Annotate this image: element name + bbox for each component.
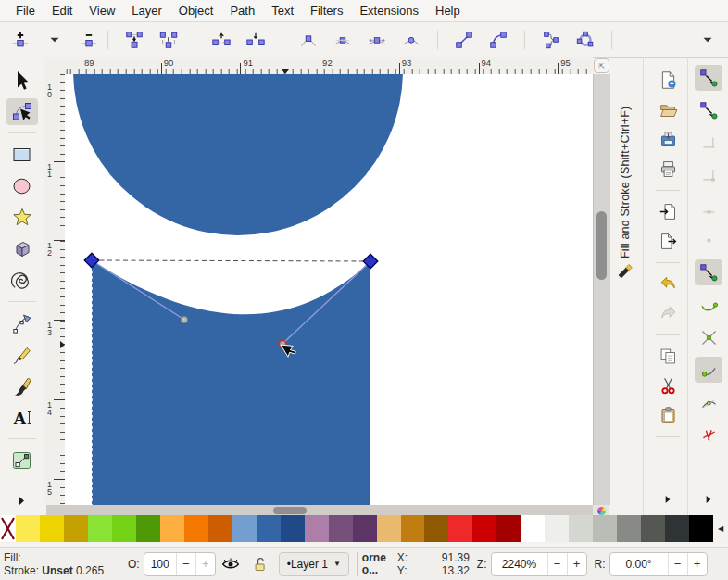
rotation-spinbox[interactable]: 0.00° − + [609,552,708,576]
join-segment-icon[interactable] [157,29,180,51]
menu-object[interactable]: Object [170,2,222,19]
palette-swatch[interactable] [281,515,305,542]
palette-swatch[interactable] [64,515,88,542]
palette-swatch[interactable] [496,515,521,542]
tool-node-editor[interactable] [6,98,38,125]
tool-ellipse[interactable] [6,172,38,199]
delete-node-icon[interactable] [78,29,100,51]
no-color-swatch[interactable] [0,515,16,542]
export-document-icon[interactable] [659,232,678,251]
node-symmetric-icon[interactable] [366,29,388,51]
undo-icon[interactable] [659,274,678,294]
palette-swatch[interactable] [521,515,545,542]
import-document-icon[interactable] [659,202,678,221]
menu-text[interactable]: Text [263,2,302,19]
palette-swatch[interactable] [665,515,689,542]
palette-swatch[interactable] [160,515,184,542]
snap-bbox-edges-icon[interactable] [695,130,722,156]
palette-swatch[interactable] [208,515,232,542]
insert-node-icon[interactable] [9,29,31,51]
toolbar-more-icon[interactable] [697,29,719,51]
layer-visibility-toggle[interactable] [219,553,243,575]
copy-icon[interactable] [659,347,678,366]
snap-bbox-centers-icon[interactable] [695,227,722,253]
menu-extensions[interactable]: Extensions [351,2,427,19]
palette-swatch[interactable] [184,515,208,542]
snap-nodes-icon[interactable] [695,259,722,285]
drawing-canvas[interactable] [65,74,593,505]
break-nodes-icon[interactable] [210,29,232,51]
segment-line-icon[interactable] [453,29,475,51]
tool-pen[interactable] [6,309,38,336]
circle-shape[interactable] [73,74,403,235]
current-layer-dropdown[interactable]: •Layer 1 ▼ [279,552,349,576]
palette-swatch[interactable] [112,515,136,542]
node-menu-arrow-icon[interactable] [44,29,66,51]
ruler-unit-button[interactable]: ⇱ [594,58,609,73]
fill-stroke-indicator[interactable]: Fill: Stroke: Unset 0.265 [4,551,120,577]
zoom-decrement-button[interactable]: − [547,553,567,575]
tool-selector[interactable] [6,67,38,94]
menu-path[interactable]: Path [221,2,263,19]
palette-swatch[interactable] [16,515,40,542]
palette-swatch[interactable] [569,515,593,542]
palette-swatch[interactable] [232,515,257,542]
opacity-spinbox[interactable]: 100 − + [144,552,216,576]
opacity-decrement-button[interactable]: − [176,553,195,575]
palette-swatch[interactable] [353,515,377,542]
node-smooth-icon[interactable] [332,29,354,51]
tool-rectangle[interactable] [6,141,38,168]
snap-bbox-edge-midpoints-icon[interactable] [695,195,722,221]
redo-icon[interactable] [659,304,678,323]
tool-spiral[interactable] [6,267,38,294]
rotation-increment-button[interactable]: + [687,553,707,575]
menu-layer[interactable]: Layer [123,2,170,19]
snap-paths-icon[interactable] [695,292,722,318]
palette-swatch[interactable] [305,515,329,542]
open-document-icon[interactable] [659,100,678,120]
segment-curve-icon[interactable] [487,29,509,51]
vertical-scrollbar[interactable] [593,74,610,505]
control-handle-left[interactable] [182,317,188,323]
snap-path-intersections-icon[interactable] [695,324,722,350]
palette-swatch[interactable] [40,515,64,542]
menu-help[interactable]: Help [427,2,469,19]
vertical-ruler[interactable]: 1 01 11 21 31 41 5 [44,74,66,505]
menu-view[interactable]: View [81,2,123,19]
horizontal-scrollbar-thumb[interactable] [273,507,307,514]
node-corner-icon[interactable] [297,29,320,51]
toolbox-more-icon[interactable] [15,494,29,508]
palette-swatch[interactable] [689,515,713,542]
vertical-scrollbar-thumb[interactable] [596,211,607,280]
tool-star[interactable] [6,204,38,231]
object-to-path-icon[interactable] [540,29,562,51]
layer-lock-toggle[interactable] [248,553,272,575]
horizontal-ruler[interactable]: 89909192939495 [44,57,593,75]
new-document-icon[interactable] [659,70,678,90]
palette-swatch[interactable] [329,515,353,542]
tool-text[interactable]: A [6,404,38,431]
zoom-spinbox[interactable]: 2240% − + [491,552,587,576]
palette-swatch[interactable] [88,515,112,542]
zoom-increment-button[interactable]: + [567,553,586,575]
snap-smooth-nodes-icon[interactable] [695,389,722,415]
print-document-icon[interactable] [659,159,678,179]
node-auto-icon[interactable] [400,29,422,51]
snap-more-icon[interactable] [702,493,715,506]
opacity-increment-button[interactable]: + [195,553,215,575]
palette-swatch[interactable] [424,515,448,542]
selected-path-shape[interactable] [92,260,370,505]
snap-cusp-nodes-icon[interactable] [695,357,722,383]
palette-scroll-button[interactable]: ◀ [713,515,728,542]
snap-enable-icon[interactable] [695,65,722,91]
tool-pencil[interactable] [6,341,38,368]
palette-swatch[interactable] [617,515,641,542]
snap-line-midpoints-icon[interactable] [695,422,722,448]
snap-bbox-icon[interactable] [695,97,722,123]
menu-filters[interactable]: Filters [302,2,351,19]
save-document-icon[interactable] [659,130,678,149]
stroke-to-path-icon[interactable] [574,29,596,51]
palette-swatch[interactable] [377,515,401,542]
commands-more-icon[interactable] [661,493,674,506]
paste-icon[interactable] [659,406,678,425]
